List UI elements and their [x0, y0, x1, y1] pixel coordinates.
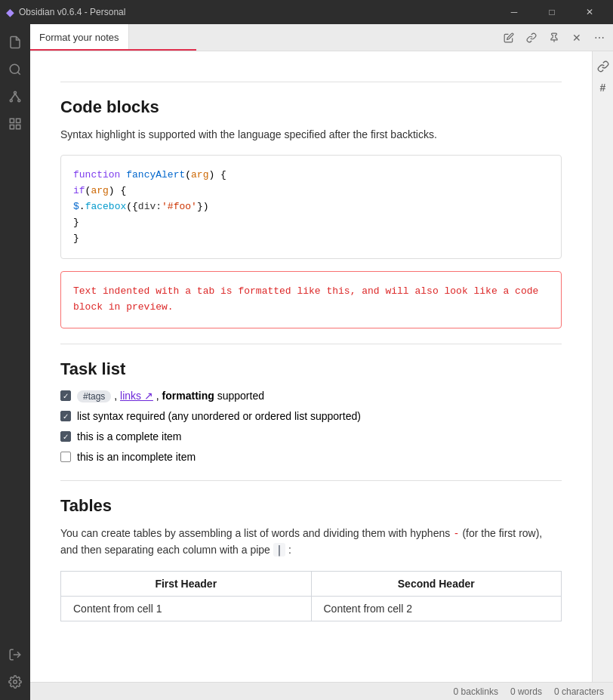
tab-label: Format your notes [39, 32, 119, 43]
tag-pill[interactable]: #tags [77, 390, 111, 402]
svg-rect-8 [17, 119, 20, 122]
tables-description: You can create tables by assembling a li… [60, 525, 562, 559]
task-item-4: this is an incomplete item [60, 449, 562, 465]
formatting-bold: formatting [162, 390, 214, 402]
pipe-code: | [273, 543, 285, 557]
right-panel: # [592, 51, 613, 682]
more-options-button[interactable]: ⋯ [589, 27, 610, 48]
task-list-heading: Task list [60, 359, 562, 379]
app-layout: Format your notes [0, 24, 613, 700]
task-item-2: ✓ list syntax required (any unordered or… [60, 409, 562, 424]
code-block-2: Text indented with a tab is formatted li… [60, 271, 562, 328]
table-cell-1: Content from cell 1 [61, 596, 312, 621]
minimize-button[interactable]: ─ [497, 0, 531, 24]
svg-line-5 [11, 94, 15, 100]
code-block-2-text: Text indented with a tab is formatted li… [73, 285, 538, 313]
files-icon[interactable] [3, 30, 27, 54]
task-item-3: ✓ this is a complete item [60, 429, 562, 445]
maximize-button[interactable]: □ [534, 0, 569, 24]
task-item-3-text: this is a complete item [77, 429, 182, 445]
left-sidebar [0, 24, 30, 700]
task-item-1-content: #tags , links ↗ , formatting supported [77, 388, 264, 404]
code-block-1: function fancyAlert(arg) { if(arg) { $.f… [60, 155, 562, 259]
checkbox-4[interactable] [60, 452, 71, 462]
note-content: Code blocks Syntax highlight is supporte… [30, 51, 592, 682]
copy-link-button[interactable] [521, 27, 542, 48]
blocks-sidebar-icon[interactable] [3, 112, 27, 136]
checkbox-3[interactable]: ✓ [60, 431, 71, 442]
svg-point-4 [18, 100, 20, 102]
tables-heading: Tables [60, 496, 562, 516]
active-tab[interactable]: Format your notes [30, 24, 129, 51]
tab-actions: ✕ ⋯ [495, 24, 613, 51]
top-divider [60, 82, 562, 82]
app-icon: ◆ [6, 6, 14, 18]
search-sidebar-icon[interactable] [3, 57, 27, 82]
svg-point-12 [14, 680, 17, 684]
edit-button[interactable] [498, 27, 519, 48]
svg-rect-9 [10, 125, 14, 129]
character-count[interactable]: 0 characters [554, 686, 604, 697]
task-item-1: ✓ #tags , links ↗ , formatting supported [60, 388, 562, 404]
table-cell-2: Content from cell 2 [311, 596, 562, 621]
tab-bar: Format your notes [30, 24, 613, 51]
close-button[interactable]: ✕ [572, 0, 607, 24]
svg-line-6 [15, 94, 19, 100]
links-link[interactable]: links ↗ [120, 390, 153, 402]
word-count[interactable]: 0 words [510, 686, 542, 697]
tables-divider [60, 480, 562, 481]
pin-button[interactable] [544, 27, 565, 48]
window-controls: ─ □ ✕ [497, 0, 607, 24]
svg-line-1 [17, 72, 20, 74]
table-header-2: Second Header [311, 571, 562, 596]
svg-rect-10 [17, 125, 20, 129]
svg-point-3 [10, 100, 12, 102]
settings-sidebar-icon[interactable] [3, 670, 27, 694]
backlinks-count[interactable]: 0 backlinks [454, 686, 498, 697]
svg-point-0 [10, 64, 19, 73]
logout-sidebar-icon[interactable] [3, 643, 27, 667]
graph-sidebar-icon[interactable] [3, 85, 27, 109]
content-pane: Code blocks Syntax highlight is supporte… [30, 51, 613, 682]
svg-rect-7 [10, 119, 14, 122]
checkbox-1[interactable]: ✓ [60, 390, 71, 401]
middle-divider [60, 344, 562, 344]
table-header-1: First Header [61, 571, 312, 596]
code-blocks-heading: Code blocks [60, 97, 562, 117]
checkbox-2[interactable]: ✓ [60, 411, 71, 421]
hyphen-code: - [453, 527, 459, 539]
svg-point-2 [14, 91, 17, 94]
task-item-2-text: list syntax required (any unordered or o… [77, 409, 361, 424]
main-area: Format your notes [30, 24, 613, 700]
title-bar: ◆ Obsidian v0.6.4 - Personal ─ □ ✕ [0, 0, 613, 24]
table-row: Content from cell 1 Content from cell 2 [61, 596, 562, 621]
task-list: ✓ #tags , links ↗ , formatting supported… [60, 388, 562, 465]
backlinks-panel-icon[interactable] [594, 57, 612, 76]
status-bar: 0 backlinks 0 words 0 characters [30, 682, 613, 700]
close-tab-button[interactable]: ✕ [566, 27, 587, 48]
example-table: First Header Second Header Content from … [60, 571, 562, 621]
code-blocks-description: Syntax highlight is supported with the l… [60, 126, 562, 143]
app-title: Obsidian v0.6.4 - Personal [19, 7, 497, 17]
tag-panel-icon[interactable]: # [594, 79, 612, 97]
task-item-4-text: this is an incomplete item [77, 449, 196, 465]
